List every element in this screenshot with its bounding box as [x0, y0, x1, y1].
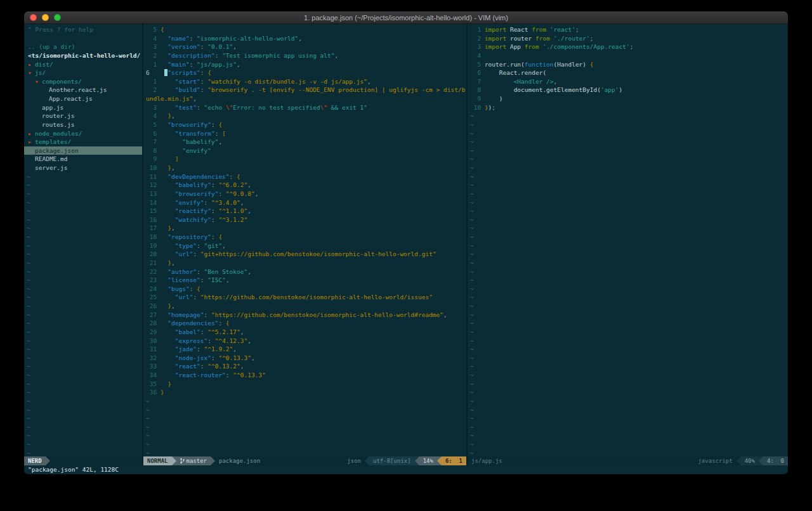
code-token: : — [211, 233, 218, 240]
empty-line-tilde: ~ — [468, 388, 788, 397]
code-token: , — [247, 337, 251, 344]
code-line[interactable]: 8 "envify" — [143, 146, 466, 155]
code-token: "react" — [175, 363, 200, 370]
code-line[interactable]: 31 "jade": "^1.9.2", — [143, 345, 466, 354]
code-line[interactable]: 6 "transform": [ — [143, 129, 466, 138]
line-number: 25 — [146, 293, 160, 302]
tree-item-package-json[interactable]: package.json — [24, 146, 142, 155]
code-token — [160, 61, 167, 68]
tree-item-server-js[interactable]: server.js — [24, 164, 142, 172]
code-token: : — [226, 372, 233, 378]
code-line[interactable]: 34 "react-router": "^0.13.3" — [143, 371, 466, 380]
code-token: "0.0.1" — [207, 43, 233, 50]
code-token: , — [247, 268, 251, 275]
code-line[interactable]: 2 "description": "Test isomorphic app us… — [143, 51, 466, 60]
code-line[interactable]: 33 "react": "^0.13.2", — [143, 362, 466, 371]
tree-item-readme-md[interactable]: README.md — [24, 155, 142, 164]
code-line[interactable]: 3 "test": "echo \"Error: no test specifi… — [143, 103, 466, 112]
code-token: : — [200, 43, 207, 50]
code-line[interactable]: 2 import router from './router'; — [468, 34, 788, 43]
code-line[interactable]: 23 "license": "ISC", — [143, 276, 466, 285]
code-line[interactable]: 13 "browserify": "^9.0.8", — [143, 190, 466, 198]
code-line[interactable]: 4 — [468, 51, 788, 60]
tree-item-routes-js[interactable]: routes.js — [24, 120, 142, 129]
code-line[interactable]: 36 } — [143, 388, 466, 397]
code-line[interactable]: 26 }, — [143, 302, 466, 311]
code-line[interactable]: 16 "watchify": "^3.1.2" — [143, 216, 466, 224]
code-line[interactable]: 2 "build": "browserify . -t [envify --NO… — [143, 86, 466, 94]
code-line[interactable]: 5 router.run(function(Handler) { — [468, 60, 788, 69]
code-line[interactable]: 7 "babelify", — [143, 138, 466, 146]
code-token — [160, 372, 175, 378]
code-line[interactable]: 25 "url": "https://github.com/benstokoe/… — [143, 293, 466, 302]
tree-item-components[interactable]: ▾components/ — [24, 77, 142, 86]
code-line[interactable]: 10 }, — [143, 164, 466, 172]
tree-item-js[interactable]: ▾js/ — [24, 68, 142, 77]
tree-item-templates[interactable]: ▸templates/ — [24, 138, 142, 146]
code-line[interactable]: 14 "envify": "^3.4.0", — [143, 198, 466, 207]
code-line[interactable]: 32 "node-jsx": "^0.13.3", — [143, 354, 466, 363]
code-line[interactable]: 35 } — [143, 380, 466, 389]
empty-line-tilde: ~ — [24, 311, 142, 320]
tree-item-another-react-js[interactable]: Another.react.js — [24, 86, 142, 94]
tree-arrow-open-icon: ▾ — [35, 77, 42, 86]
code-line[interactable]: 1 "start": "watchify -o dist/bundle.js -… — [143, 77, 466, 86]
tree-label: js/ — [35, 69, 46, 76]
code-line[interactable]: 20 "url": "git+https://github.com/bensto… — [143, 250, 466, 259]
code-token: : — [200, 86, 207, 93]
code-line[interactable]: 7 <Handler />, — [468, 77, 788, 86]
code-line[interactable]: 1 "main": "js/app.js", — [143, 60, 466, 69]
empty-line-tilde: ~ — [468, 328, 788, 337]
code-token: : — [197, 242, 204, 249]
code-line[interactable]: 9 ] — [143, 155, 466, 164]
code-token: "dependencies" — [167, 320, 218, 327]
code-line[interactable]: 24 "bugs": { — [143, 285, 466, 294]
tree-item-app-react-js[interactable]: App.react.js — [24, 94, 142, 103]
code-line[interactable]: 5 { — [143, 25, 466, 34]
code-line[interactable]: 11 "devDependencies": { — [143, 172, 466, 181]
code-line[interactable]: 30 "express": "^4.12.3", — [143, 337, 466, 346]
code-line[interactable]: 28 "dependencies": { — [143, 319, 466, 328]
code-token — [160, 216, 175, 223]
code-line[interactable]: 15 "reactify": "^1.1.0", — [143, 207, 466, 216]
code-token: undle.min.js" — [146, 95, 193, 102]
tree-item-node-modules[interactable]: ▸node_modules/ — [24, 129, 142, 138]
code-token — [160, 43, 167, 50]
empty-line-tilde: ~ — [143, 414, 466, 423]
code-token — [160, 302, 167, 309]
code-line[interactable]: 29 "babel": "^5.2.17", — [143, 328, 466, 337]
nerdtree-up-dir[interactable]: .. (up a dir) — [24, 42, 142, 51]
powerline-separator-icon — [437, 456, 442, 465]
code-line[interactable]: 12 "babelify": "^6.0.2", — [143, 181, 466, 190]
nerdtree-root-path[interactable]: <ts/isomorphic-alt-hello-world/ — [24, 51, 142, 60]
tree-item-dist[interactable]: ▸dist/ — [24, 60, 142, 69]
code-line[interactable]: 6 React.render( — [468, 68, 788, 77]
code-line[interactable]: 10 }); — [468, 103, 788, 112]
tree-item-router-js[interactable]: router.js — [24, 112, 142, 120]
code-line[interactable]: 19 "type": "git", — [143, 242, 466, 250]
code-line[interactable]: 1 import React from 'react'; — [468, 25, 788, 34]
line-number: 17 — [146, 224, 160, 233]
empty-line-tilde: ~ — [24, 406, 142, 415]
code-token: ) — [619, 86, 623, 93]
tree-label: templates/ — [35, 138, 71, 145]
tree-label: components/ — [42, 78, 82, 85]
code-line[interactable]: 18 "repository": { — [143, 233, 466, 242]
code-token — [160, 242, 175, 249]
code-line[interactable]: 17 }, — [143, 224, 466, 233]
code-line[interactable]: 5 "browserify": { — [143, 120, 466, 129]
code-line[interactable]: 21 }, — [143, 259, 466, 268]
code-line[interactable]: 22 "author": "Ben Stokoe", — [143, 268, 466, 276]
code-line-wrap[interactable]: undle.min.js", — [143, 94, 466, 103]
code-line[interactable]: 4 "name": "isomorphic-alt-hello-world", — [143, 34, 466, 43]
code-line[interactable]: 6 "scripts": { — [143, 68, 466, 77]
code-line[interactable]: 4 }, — [143, 112, 466, 120]
code-line[interactable]: 8 document.getElementById('app') — [468, 86, 788, 94]
code-line[interactable]: 27 "homepage": "https://github.com/benst… — [143, 311, 466, 320]
empty-line-tilde: ~ — [24, 268, 142, 276]
tree-item-app-js[interactable]: app.js — [24, 103, 142, 112]
line-number: 18 — [146, 233, 160, 242]
code-line[interactable]: 9 ) — [468, 94, 788, 103]
code-line[interactable]: 3 "version": "0.0.1", — [143, 42, 466, 51]
code-line[interactable]: 3 import App from './components/App.reac… — [468, 42, 788, 51]
